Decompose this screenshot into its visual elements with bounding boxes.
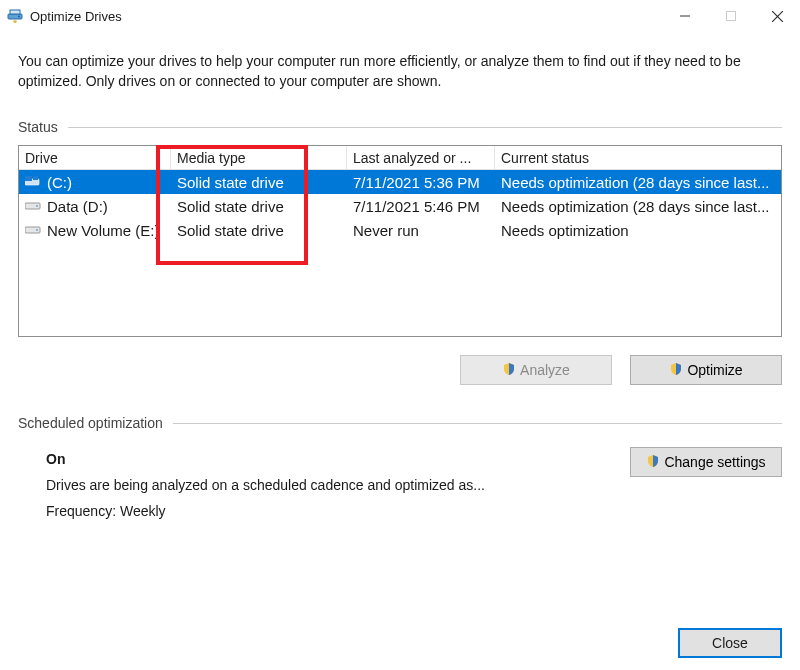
svg-rect-1 (10, 10, 20, 14)
status-label: Status (18, 119, 782, 135)
drive-list[interactable]: Drive Media type Last analyzed or ... Cu… (18, 145, 782, 337)
change-settings-button[interactable]: Change settings (630, 447, 782, 477)
table-row[interactable]: New Volume (E:) Solid state drive Never … (19, 218, 781, 242)
drive-os-icon (25, 174, 41, 190)
cell-drive: (C:) (47, 174, 72, 191)
col-last[interactable]: Last analyzed or ... (347, 146, 495, 169)
optimize-label: Optimize (687, 362, 742, 378)
scheduled-label-text: Scheduled optimization (18, 415, 163, 431)
maximize-button (708, 0, 754, 32)
status-label-text: Status (18, 119, 58, 135)
drive-hdd-icon (25, 222, 41, 238)
cell-drive: Data (D:) (47, 198, 108, 215)
drive-hdd-icon (25, 198, 41, 214)
rule (173, 423, 782, 424)
titlebar: Optimize Drives (0, 0, 800, 32)
cell-media: Solid state drive (171, 222, 347, 239)
table-row[interactable]: Data (D:) Solid state drive 7/11/2021 5:… (19, 194, 781, 218)
shield-icon (646, 454, 660, 471)
svg-point-2 (18, 16, 20, 18)
table-row[interactable]: (C:) Solid state drive 7/11/2021 5:36 PM… (19, 170, 781, 194)
change-settings-label: Change settings (664, 454, 765, 470)
shield-icon (669, 362, 683, 379)
analyze-button: Analyze (460, 355, 612, 385)
cell-media: Solid state drive (171, 174, 347, 191)
svg-rect-9 (33, 176, 38, 180)
action-buttons: Analyze Optimize (18, 355, 782, 385)
col-drive[interactable]: Drive (19, 146, 171, 169)
scheduled-desc: Drives are being analyzed on a scheduled… (46, 477, 782, 493)
cell-last: 7/11/2021 5:46 PM (347, 198, 495, 215)
svg-rect-4 (727, 12, 736, 21)
close-label: Close (712, 635, 748, 651)
shield-icon (502, 362, 516, 379)
col-status[interactable]: Current status (495, 146, 781, 169)
scheduled-label: Scheduled optimization (18, 415, 782, 431)
cell-last: Never run (347, 222, 495, 239)
optimize-button[interactable]: Optimize (630, 355, 782, 385)
minimize-button[interactable] (662, 0, 708, 32)
list-header[interactable]: Drive Media type Last analyzed or ... Cu… (19, 146, 781, 170)
col-media[interactable]: Media type (171, 146, 347, 169)
svg-rect-8 (25, 176, 32, 181)
scheduled-body: On Drives are being analyzed on a schedu… (18, 441, 782, 519)
app-icon (6, 7, 24, 25)
scheduled-freq: Frequency: Weekly (46, 503, 782, 519)
window-title: Optimize Drives (30, 9, 122, 24)
analyze-label: Analyze (520, 362, 570, 378)
bottom-row: Close (678, 628, 782, 658)
svg-point-11 (36, 205, 38, 207)
svg-point-13 (36, 229, 38, 231)
window-buttons (662, 0, 800, 32)
close-button[interactable]: Close (678, 628, 782, 658)
cell-status: Needs optimization (28 days since last..… (495, 174, 781, 191)
rule (68, 127, 782, 128)
intro-text: You can optimize your drives to help you… (18, 52, 782, 91)
cell-last: 7/11/2021 5:36 PM (347, 174, 495, 191)
cell-status: Needs optimization (28 days since last..… (495, 198, 781, 215)
cell-drive: New Volume (E:) (47, 222, 160, 239)
close-window-button[interactable] (754, 0, 800, 32)
cell-media: Solid state drive (171, 198, 347, 215)
cell-status: Needs optimization (495, 222, 781, 239)
